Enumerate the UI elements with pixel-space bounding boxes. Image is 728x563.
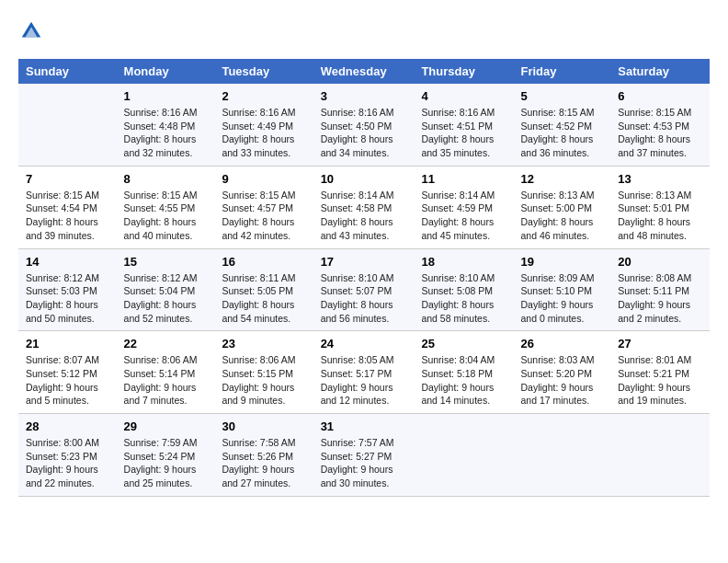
day-number: 9 <box>222 172 305 186</box>
day-info: Sunrise: 8:14 AMSunset: 4:59 PMDaylight:… <box>421 190 495 241</box>
day-info: Sunrise: 8:11 AMSunset: 5:05 PMDaylight:… <box>222 272 295 324</box>
day-info: Sunrise: 8:15 AMSunset: 4:53 PMDaylight:… <box>618 107 691 158</box>
day-number: 17 <box>321 255 407 269</box>
day-number: 3 <box>321 89 407 103</box>
day-info: Sunrise: 8:13 AMSunset: 5:00 PMDaylight:… <box>520 190 594 241</box>
day-info: Sunrise: 8:01 AMSunset: 5:21 PMDaylight:… <box>618 354 691 406</box>
day-info: Sunrise: 8:12 AMSunset: 5:03 PMDaylight:… <box>26 272 99 324</box>
day-info: Sunrise: 8:16 AMSunset: 4:51 PMDaylight:… <box>421 107 495 158</box>
calendar-cell: 22Sunrise: 8:06 AMSunset: 5:14 PMDayligh… <box>117 331 215 414</box>
calendar-cell: 24Sunrise: 8:05 AMSunset: 5:17 PMDayligh… <box>313 331 415 414</box>
calendar-cell <box>18 84 117 166</box>
calendar-cell: 19Sunrise: 8:09 AMSunset: 5:10 PMDayligh… <box>513 248 610 331</box>
day-number: 27 <box>618 337 702 350</box>
column-header-friday: Friday <box>513 59 610 84</box>
column-header-wednesday: Wednesday <box>313 59 415 84</box>
calendar-cell <box>414 414 513 497</box>
calendar-cell: 1Sunrise: 8:16 AMSunset: 4:48 PMDaylight… <box>117 84 215 166</box>
calendar-cell: 26Sunrise: 8:03 AMSunset: 5:20 PMDayligh… <box>513 331 610 414</box>
day-info: Sunrise: 8:15 AMSunset: 4:54 PMDaylight:… <box>26 190 99 241</box>
day-number: 11 <box>421 172 506 186</box>
day-number: 5 <box>520 89 603 103</box>
day-info: Sunrise: 8:03 AMSunset: 5:20 PMDaylight:… <box>520 354 594 406</box>
column-header-saturday: Saturday <box>610 59 710 84</box>
calendar-week-3: 14Sunrise: 8:12 AMSunset: 5:03 PMDayligh… <box>18 248 710 331</box>
calendar-cell: 27Sunrise: 8:01 AMSunset: 5:21 PMDayligh… <box>610 331 710 414</box>
day-info: Sunrise: 8:13 AMSunset: 5:01 PMDaylight:… <box>618 190 691 241</box>
calendar-cell: 11Sunrise: 8:14 AMSunset: 4:59 PMDayligh… <box>414 166 513 248</box>
logo <box>18 18 48 44</box>
calendar-cell: 5Sunrise: 8:15 AMSunset: 4:52 PMDaylight… <box>513 84 610 166</box>
day-number: 15 <box>124 255 208 269</box>
day-number: 28 <box>26 419 109 433</box>
day-number: 14 <box>26 255 109 269</box>
column-header-sunday: Sunday <box>18 59 117 84</box>
day-info: Sunrise: 8:16 AMSunset: 4:50 PMDaylight:… <box>321 107 394 158</box>
calendar-week-4: 21Sunrise: 8:07 AMSunset: 5:12 PMDayligh… <box>18 331 710 414</box>
day-info: Sunrise: 8:07 AMSunset: 5:12 PMDaylight:… <box>26 354 99 406</box>
calendar-cell: 12Sunrise: 8:13 AMSunset: 5:00 PMDayligh… <box>513 166 610 248</box>
calendar-cell: 13Sunrise: 8:13 AMSunset: 5:01 PMDayligh… <box>610 166 710 248</box>
calendar-table: SundayMondayTuesdayWednesdayThursdayFrid… <box>18 59 710 497</box>
day-number: 25 <box>421 337 506 350</box>
calendar-cell: 4Sunrise: 8:16 AMSunset: 4:51 PMDaylight… <box>414 84 513 166</box>
day-info: Sunrise: 7:57 AMSunset: 5:27 PMDaylight:… <box>321 437 394 488</box>
day-info: Sunrise: 7:59 AMSunset: 5:24 PMDaylight:… <box>124 437 198 488</box>
day-number: 4 <box>421 89 506 103</box>
day-info: Sunrise: 8:10 AMSunset: 5:07 PMDaylight:… <box>321 272 394 324</box>
day-info: Sunrise: 8:06 AMSunset: 5:15 PMDaylight:… <box>222 354 295 406</box>
day-info: Sunrise: 8:15 AMSunset: 4:55 PMDaylight:… <box>124 190 198 241</box>
day-number: 21 <box>26 337 109 350</box>
day-number: 2 <box>222 89 305 103</box>
calendar-cell: 18Sunrise: 8:10 AMSunset: 5:08 PMDayligh… <box>414 248 513 331</box>
day-number: 18 <box>421 255 506 269</box>
day-number: 23 <box>222 337 305 350</box>
calendar-cell: 7Sunrise: 8:15 AMSunset: 4:54 PMDaylight… <box>18 166 117 248</box>
day-info: Sunrise: 8:06 AMSunset: 5:14 PMDaylight:… <box>124 354 198 406</box>
day-number: 31 <box>321 419 407 433</box>
day-info: Sunrise: 8:00 AMSunset: 5:23 PMDaylight:… <box>26 437 99 488</box>
column-header-monday: Monday <box>117 59 215 84</box>
calendar-cell: 21Sunrise: 8:07 AMSunset: 5:12 PMDayligh… <box>18 331 117 414</box>
calendar-cell: 25Sunrise: 8:04 AMSunset: 5:18 PMDayligh… <box>414 331 513 414</box>
day-info: Sunrise: 8:16 AMSunset: 4:48 PMDaylight:… <box>124 107 198 158</box>
calendar-cell: 28Sunrise: 8:00 AMSunset: 5:23 PMDayligh… <box>18 414 117 497</box>
calendar-cell: 17Sunrise: 8:10 AMSunset: 5:07 PMDayligh… <box>313 248 415 331</box>
calendar-cell: 6Sunrise: 8:15 AMSunset: 4:53 PMDaylight… <box>610 84 710 166</box>
day-number: 7 <box>26 172 109 186</box>
calendar-cell: 2Sunrise: 8:16 AMSunset: 4:49 PMDaylight… <box>214 84 313 166</box>
day-number: 30 <box>222 419 305 433</box>
column-header-tuesday: Tuesday <box>214 59 313 84</box>
day-number: 22 <box>124 337 208 350</box>
day-number: 26 <box>520 337 603 350</box>
day-number: 16 <box>222 255 305 269</box>
day-info: Sunrise: 8:14 AMSunset: 4:58 PMDaylight:… <box>321 190 394 241</box>
calendar-cell: 16Sunrise: 8:11 AMSunset: 5:05 PMDayligh… <box>214 248 313 331</box>
calendar-cell: 23Sunrise: 8:06 AMSunset: 5:15 PMDayligh… <box>214 331 313 414</box>
calendar-cell <box>610 414 710 497</box>
day-number: 13 <box>618 172 702 186</box>
calendar-header-row: SundayMondayTuesdayWednesdayThursdayFrid… <box>18 59 710 84</box>
day-info: Sunrise: 8:16 AMSunset: 4:49 PMDaylight:… <box>222 107 295 158</box>
day-info: Sunrise: 7:58 AMSunset: 5:26 PMDaylight:… <box>222 437 295 488</box>
calendar-cell: 9Sunrise: 8:15 AMSunset: 4:57 PMDaylight… <box>214 166 313 248</box>
day-number: 19 <box>520 255 603 269</box>
calendar-cell: 20Sunrise: 8:08 AMSunset: 5:11 PMDayligh… <box>610 248 710 331</box>
calendar-cell: 30Sunrise: 7:58 AMSunset: 5:26 PMDayligh… <box>214 414 313 497</box>
day-info: Sunrise: 8:10 AMSunset: 5:08 PMDaylight:… <box>421 272 495 324</box>
day-number: 12 <box>520 172 603 186</box>
logo-icon <box>18 18 44 44</box>
day-info: Sunrise: 8:15 AMSunset: 4:57 PMDaylight:… <box>222 190 295 241</box>
calendar-cell: 14Sunrise: 8:12 AMSunset: 5:03 PMDayligh… <box>18 248 117 331</box>
column-header-thursday: Thursday <box>414 59 513 84</box>
day-number: 8 <box>124 172 208 186</box>
calendar-cell: 8Sunrise: 8:15 AMSunset: 4:55 PMDaylight… <box>117 166 215 248</box>
day-info: Sunrise: 8:08 AMSunset: 5:11 PMDaylight:… <box>618 272 691 324</box>
day-info: Sunrise: 8:09 AMSunset: 5:10 PMDaylight:… <box>520 272 594 324</box>
calendar-cell <box>513 414 610 497</box>
day-info: Sunrise: 8:15 AMSunset: 4:52 PMDaylight:… <box>520 107 594 158</box>
calendar-week-1: 1Sunrise: 8:16 AMSunset: 4:48 PMDaylight… <box>18 84 710 166</box>
calendar-cell: 31Sunrise: 7:57 AMSunset: 5:27 PMDayligh… <box>313 414 415 497</box>
day-number: 24 <box>321 337 407 350</box>
calendar-cell: 10Sunrise: 8:14 AMSunset: 4:58 PMDayligh… <box>313 166 415 248</box>
